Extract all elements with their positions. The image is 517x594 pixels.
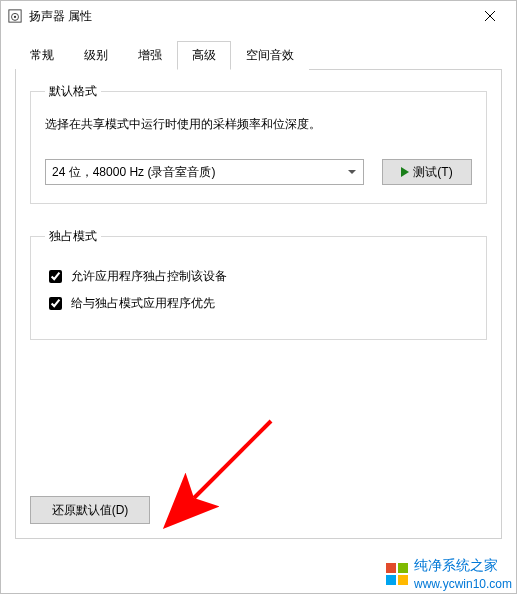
tab-advanced[interactable]: 高级 (177, 41, 231, 70)
window-title: 扬声器 属性 (29, 8, 470, 25)
exclusive-priority-label: 给与独占模式应用程序优先 (71, 295, 215, 312)
windows-logo-icon (386, 563, 408, 585)
exclusive-priority-checkbox[interactable] (49, 297, 62, 310)
tab-strip: 常规 级别 增强 高级 空间音效 (15, 40, 502, 70)
tab-enhancements[interactable]: 增强 (123, 41, 177, 70)
exclusive-allow-label: 允许应用程序独占控制该设备 (71, 268, 227, 285)
default-format-legend: 默认格式 (45, 83, 101, 100)
default-format-desc: 选择在共享模式中运行时使用的采样频率和位深度。 (45, 116, 472, 133)
exclusive-allow-checkbox[interactable] (49, 270, 62, 283)
exclusive-allow-row[interactable]: 允许应用程序独占控制该设备 (45, 267, 472, 286)
titlebar: 扬声器 属性 (1, 1, 516, 31)
close-button[interactable] (470, 2, 510, 30)
tab-general[interactable]: 常规 (15, 41, 69, 70)
dialog-content: 常规 级别 增强 高级 空间音效 默认格式 选择在共享模式中运行时使用的采样频率… (1, 31, 516, 553)
play-icon (401, 167, 409, 177)
tab-panel-advanced: 默认格式 选择在共享模式中运行时使用的采样频率和位深度。 24 位，48000 … (15, 69, 502, 539)
watermark-name: 纯净系统之家 (414, 557, 498, 573)
tab-spatial-sound[interactable]: 空间音效 (231, 41, 309, 70)
restore-defaults-button[interactable]: 还原默认值(D) (30, 496, 150, 524)
sample-format-select[interactable]: 24 位，48000 Hz (录音室音质) (45, 159, 364, 185)
test-button-label: 测试(T) (413, 164, 452, 181)
sample-format-select-wrap: 24 位，48000 Hz (录音室音质) (45, 159, 364, 185)
watermark: 纯净系统之家 www.ycwin10.com (386, 557, 512, 591)
exclusive-mode-group: 独占模式 允许应用程序独占控制该设备 给与独占模式应用程序优先 (30, 228, 487, 340)
watermark-url: www.ycwin10.com (414, 577, 512, 591)
speaker-icon (7, 8, 23, 24)
svg-point-2 (14, 16, 16, 18)
default-format-group: 默认格式 选择在共享模式中运行时使用的采样频率和位深度。 24 位，48000 … (30, 83, 487, 204)
tab-levels[interactable]: 级别 (69, 41, 123, 70)
test-button[interactable]: 测试(T) (382, 159, 472, 185)
speaker-properties-dialog: 扬声器 属性 常规 级别 增强 高级 空间音效 默认格式 选择在共享模式中运行时… (0, 0, 517, 594)
exclusive-priority-row[interactable]: 给与独占模式应用程序优先 (45, 294, 472, 313)
restore-defaults-label: 还原默认值(D) (52, 502, 129, 519)
exclusive-mode-legend: 独占模式 (45, 228, 101, 245)
close-icon (485, 11, 495, 21)
